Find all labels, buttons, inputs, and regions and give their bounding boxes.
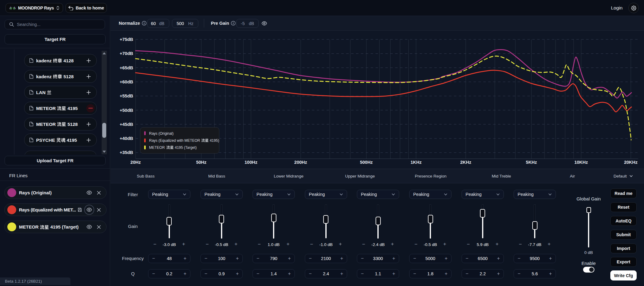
svg-text:+75dB: +75dB [120, 37, 133, 42]
svg-text:+50dB: +50dB [120, 108, 133, 113]
svg-text:4195): 4195) [210, 138, 219, 143]
svg-text:2KHz: 2KHz [460, 160, 471, 165]
svg-text:20KHz: 20KHz [624, 160, 638, 165]
svg-text:+65dB: +65dB [120, 65, 133, 70]
svg-text:100Hz: 100Hz [245, 160, 257, 165]
svg-text:20Hz: 20Hz [130, 160, 141, 165]
svg-text:Rays (Equalized with METEOR: Rays (Equalized with METEOR [149, 138, 200, 143]
svg-text:+55dB: +55dB [120, 94, 133, 98]
svg-text:4195 (Target): 4195 (Target) [175, 145, 197, 150]
svg-text:+60dB: +60dB [120, 79, 133, 84]
svg-text:+70dB: +70dB [120, 51, 133, 56]
svg-text:+35dB: +35dB [120, 150, 133, 155]
svg-text:200Hz: 200Hz [294, 160, 307, 165]
svg-text:5KHz: 5KHz [526, 160, 537, 165]
svg-text:+40dB: +40dB [120, 136, 133, 141]
svg-text:50Hz: 50Hz [196, 160, 207, 165]
svg-text:METEOR: METEOR [149, 145, 165, 150]
svg-text:Rays (Original): Rays (Original) [149, 131, 174, 136]
svg-text:+45dB: +45dB [120, 122, 133, 127]
svg-text:1KHz: 1KHz [410, 160, 421, 165]
svg-text:10KHz: 10KHz [574, 160, 588, 165]
svg-text:500Hz: 500Hz [360, 160, 373, 165]
